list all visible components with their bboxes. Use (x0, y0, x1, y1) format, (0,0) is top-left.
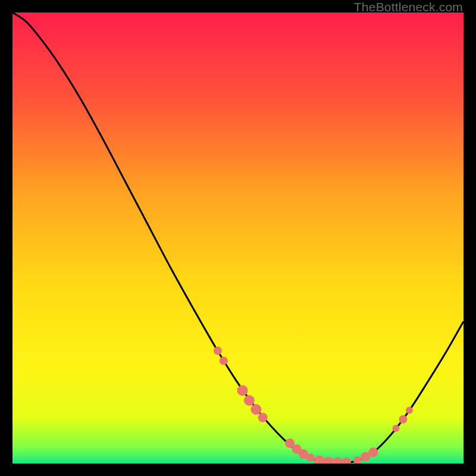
data-marker (406, 407, 413, 414)
data-marker (258, 413, 268, 422)
data-marker (244, 395, 255, 406)
data-marker (214, 347, 222, 355)
data-marker (306, 453, 314, 462)
chart-svg (12, 12, 464, 464)
gradient-background (12, 12, 464, 464)
data-marker (250, 404, 261, 415)
data-marker (368, 447, 378, 457)
data-marker (392, 425, 399, 432)
chart-frame (12, 12, 464, 464)
watermark-text: TheBottleneck.com (354, 0, 463, 14)
data-marker (220, 356, 228, 365)
data-marker (399, 415, 407, 424)
data-marker (237, 385, 248, 396)
